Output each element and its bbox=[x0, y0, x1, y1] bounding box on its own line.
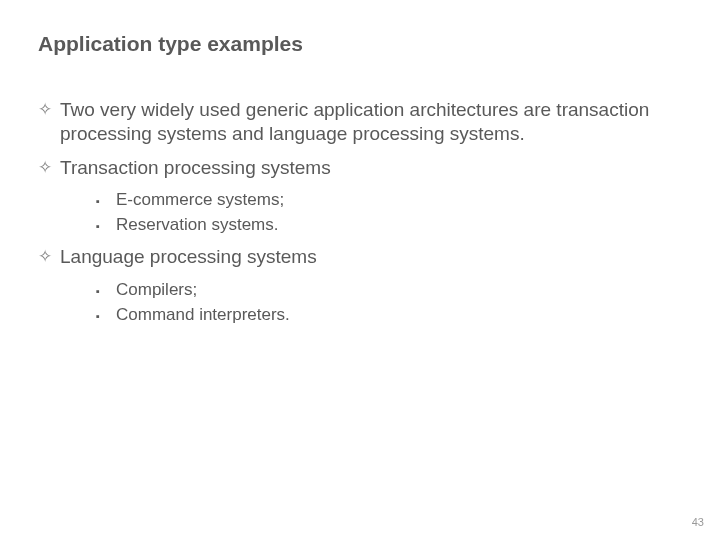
slide-title: Application type examples bbox=[38, 32, 682, 56]
bullet-group: ✧ Two very widely used generic applicati… bbox=[38, 98, 682, 146]
bullet-text: Transaction processing systems bbox=[60, 156, 682, 180]
bullet-l2: ▪ E-commerce systems; bbox=[96, 189, 682, 212]
bullet-l1: ✧ Two very widely used generic applicati… bbox=[38, 98, 682, 146]
bullet-group: ✧ Language processing systems ▪ Compiler… bbox=[38, 245, 682, 327]
diamond-bullet-icon: ✧ bbox=[38, 98, 60, 120]
diamond-bullet-icon: ✧ bbox=[38, 156, 60, 178]
bullet-text: Command interpreters. bbox=[116, 304, 290, 327]
square-bullet-icon: ▪ bbox=[96, 279, 116, 299]
bullet-l2: ▪ Reservation systems. bbox=[96, 214, 682, 237]
diamond-bullet-icon: ✧ bbox=[38, 245, 60, 267]
bullet-group: ✧ Transaction processing systems ▪ E-com… bbox=[38, 156, 682, 238]
square-bullet-icon: ▪ bbox=[96, 214, 116, 234]
square-bullet-icon: ▪ bbox=[96, 189, 116, 209]
square-bullet-icon: ▪ bbox=[96, 304, 116, 324]
bullet-text: Reservation systems. bbox=[116, 214, 279, 237]
bullet-text: Compilers; bbox=[116, 279, 197, 302]
bullet-l1: ✧ Transaction processing systems bbox=[38, 156, 682, 180]
page-number: 43 bbox=[692, 516, 704, 528]
bullet-l2: ▪ Compilers; bbox=[96, 279, 682, 302]
bullet-l1: ✧ Language processing systems bbox=[38, 245, 682, 269]
bullet-l2: ▪ Command interpreters. bbox=[96, 304, 682, 327]
bullet-text: Language processing systems bbox=[60, 245, 682, 269]
bullet-text: Two very widely used generic application… bbox=[60, 98, 682, 146]
bullet-text: E-commerce systems; bbox=[116, 189, 284, 212]
slide: Application type examples ✧ Two very wid… bbox=[0, 0, 720, 327]
